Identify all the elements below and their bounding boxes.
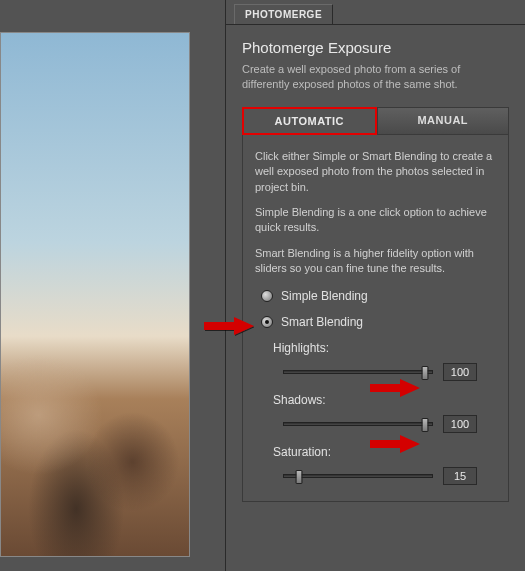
saturation-value[interactable]: 15 [443,467,477,485]
shadows-slider[interactable] [283,422,433,426]
panel-tab[interactable]: PHOTOMERGE [234,4,333,24]
panel-title: Photomerge Exposure [242,39,509,56]
radio-label-simple: Simple Blending [281,289,368,303]
intro-text-3: Smart Blending is a higher fidelity opti… [255,246,496,277]
highlights-slider[interactable] [283,370,433,374]
slider-shadows: Shadows: 100 [273,393,496,433]
tab-manual[interactable]: MANUAL [377,107,510,135]
shadows-value[interactable]: 100 [443,415,477,433]
slider-thumb-icon[interactable] [295,470,302,484]
tab-automatic[interactable]: AUTOMATIC [242,107,377,135]
slider-highlights: Highlights: 100 [273,341,496,381]
radio-label-smart: Smart Blending [281,315,363,329]
slider-label-saturation: Saturation: [273,445,496,459]
radio-smart-blending[interactable]: Smart Blending [261,315,496,329]
slider-thumb-icon[interactable] [421,366,428,380]
photo-preview [0,32,190,557]
automatic-content: Click either Simple or Smart Blending to… [242,135,509,502]
highlights-value[interactable]: 100 [443,363,477,381]
photomerge-panel: PHOTOMERGE Photomerge Exposure Create a … [225,0,525,571]
radio-simple-blending[interactable]: Simple Blending [261,289,496,303]
intro-text-2: Simple Blending is a one click option to… [255,205,496,236]
slider-saturation: Saturation: 15 [273,445,496,485]
mode-tabs: AUTOMATIC MANUAL [242,107,509,135]
slider-label-shadows: Shadows: [273,393,496,407]
intro-text-1: Click either Simple or Smart Blending to… [255,149,496,195]
saturation-slider[interactable] [283,474,433,478]
panel-body: Photomerge Exposure Create a well expose… [226,24,525,512]
radio-icon [261,316,273,328]
slider-label-highlights: Highlights: [273,341,496,355]
panel-description: Create a well exposed photo from a serie… [242,62,509,93]
slider-thumb-icon[interactable] [421,418,428,432]
radio-icon [261,290,273,302]
